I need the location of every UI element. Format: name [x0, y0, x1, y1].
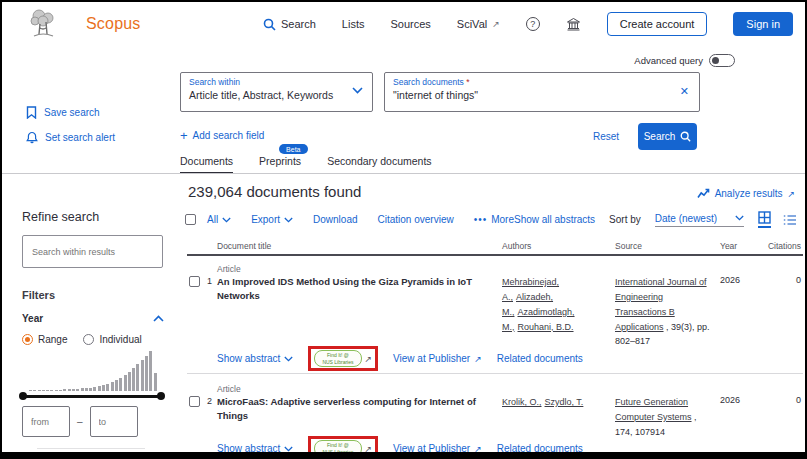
create-account-button[interactable]: Create account — [607, 12, 708, 36]
authors-cell: Mehrabinejad, A.,Alizadeh, M.,Azadimotla… — [502, 275, 610, 334]
slider-handle-left[interactable] — [19, 392, 27, 400]
view-at-publisher-link[interactable]: View at Publisher ↗ — [393, 353, 482, 364]
show-all-abstracts-link[interactable]: Show all abstracts — [514, 214, 595, 225]
search-within-dropdown[interactable]: Search within Article title, Abstract, K… — [180, 72, 373, 112]
histogram-bar — [124, 375, 127, 391]
row-checkbox[interactable] — [189, 396, 200, 407]
search-within-results-input[interactable] — [22, 235, 163, 268]
histogram-bar — [81, 388, 84, 391]
list-view-icon[interactable] — [783, 214, 797, 226]
histogram-bar — [85, 388, 88, 391]
author-link[interactable]: Rouhani, B.D. — [518, 322, 574, 332]
documents-count: 239,064 documents found — [188, 183, 361, 200]
bookmark-icon — [26, 106, 37, 119]
col-citations: Citations — [768, 241, 801, 251]
nav-sources[interactable]: Sources — [390, 18, 430, 30]
slider-handle-right[interactable] — [157, 392, 165, 400]
annotation-highlight-box: Find It! @ NUS Libraries ↗ — [308, 436, 378, 459]
external-link-icon: ↗ — [474, 354, 482, 364]
external-link-icon[interactable]: ↗ — [365, 354, 373, 364]
citation-overview-button[interactable]: Citation overview — [378, 214, 454, 225]
export-dropdown[interactable]: Export — [251, 214, 293, 225]
advanced-query-row: Advanced query — [634, 54, 735, 67]
tab-preprints[interactable]: Beta Preprints — [259, 155, 301, 174]
chevron-down-icon[interactable] — [352, 87, 363, 94]
grid-view-icon[interactable] — [758, 211, 771, 228]
citations-cell: 0 — [796, 395, 801, 405]
range-radio[interactable]: Range — [22, 334, 67, 345]
sort-dropdown[interactable]: Date (newest) — [655, 213, 744, 227]
required-asterisk: * — [466, 77, 469, 87]
related-documents-link[interactable]: Related documents — [497, 443, 583, 454]
chevron-down-icon — [735, 215, 744, 221]
chevron-down-icon — [284, 446, 293, 452]
individual-radio[interactable]: Individual — [83, 334, 141, 345]
show-abstract-link[interactable]: Show abstract — [217, 443, 293, 454]
show-abstract-link[interactable]: Show abstract — [217, 353, 293, 364]
advanced-query-toggle[interactable] — [709, 54, 735, 67]
search-query-value[interactable]: "internet of things" — [393, 89, 691, 101]
nav-scival[interactable]: SciVal ↗ — [457, 18, 500, 30]
document-title-link[interactable]: MicroFaaS: Adaptive serverless computing… — [217, 395, 507, 424]
find-it-nus-libraries-button[interactable]: Find It! @ NUS Libraries — [314, 350, 361, 367]
search-submit-button[interactable]: Search — [638, 123, 697, 150]
search-documents-field[interactable]: Search documents * "internet of things" … — [384, 72, 700, 112]
authors-cell: Krolik, O.,Szydlo, T. — [502, 395, 610, 410]
clear-icon[interactable]: ✕ — [680, 85, 689, 98]
analyze-chart-icon — [697, 188, 710, 199]
document-title-link[interactable]: An Improved IDS Method Using the Giza Py… — [217, 275, 492, 304]
chevron-down-icon — [222, 217, 231, 223]
year-cell: 2026 — [720, 275, 740, 285]
nav-search[interactable]: Search — [263, 18, 316, 31]
histogram-bar — [50, 390, 53, 391]
histogram-bar — [46, 390, 49, 391]
brand-scopus[interactable]: Scopus — [86, 15, 141, 33]
year-filter-header[interactable]: Year — [22, 313, 164, 324]
external-link-icon: ↗ — [474, 444, 482, 454]
select-all-checkbox[interactable] — [185, 214, 196, 225]
download-button[interactable]: Download — [313, 214, 357, 225]
help-icon[interactable]: ? — [526, 17, 540, 31]
search-within-value: Article title, Abstract, Keywords — [189, 89, 364, 101]
view-at-publisher-link[interactable]: View at Publisher ↗ — [393, 443, 482, 454]
table-header: Document title Authors Source Year Citat… — [187, 241, 803, 256]
analyze-results-link[interactable]: Analyze results ↗ — [697, 188, 795, 199]
year-from-input[interactable] — [22, 406, 70, 437]
external-link-icon[interactable]: ↗ — [365, 444, 373, 454]
source-title-link[interactable]: Future Generation Computer Systems — [615, 397, 692, 422]
histogram-bar — [59, 390, 62, 391]
histogram-bar — [115, 380, 118, 391]
nav-lists[interactable]: Lists — [342, 18, 365, 30]
year-range-slider[interactable] — [19, 392, 165, 400]
search-fields: Search within Article title, Abstract, K… — [180, 72, 700, 112]
col-year: Year — [720, 241, 737, 251]
author-link[interactable]: Szydlo, T. — [545, 397, 584, 407]
sidebar-divider — [37, 448, 145, 449]
chevron-up-icon — [153, 315, 164, 322]
save-search-link[interactable]: Save search — [26, 106, 115, 119]
related-documents-link[interactable]: Related documents — [497, 353, 583, 364]
row-checkbox[interactable] — [189, 276, 200, 287]
scopus-window: Scopus Search Lists Sources SciVal ↗ ? C… — [0, 0, 807, 459]
more-menu[interactable]: ••• More — [474, 214, 514, 225]
tab-secondary-documents[interactable]: Secondary documents — [327, 155, 431, 174]
author-link[interactable]: Krolik, O., — [502, 397, 542, 407]
tab-documents[interactable]: Documents — [180, 155, 233, 174]
histogram-bar — [89, 388, 92, 391]
histogram-bar — [98, 386, 101, 391]
document-type: Article — [217, 384, 241, 394]
source-cell: International Journal of Engineering Tra… — [615, 275, 715, 349]
histogram-bar — [33, 390, 36, 391]
search-icon — [680, 131, 691, 142]
chevron-down-icon — [284, 356, 293, 362]
all-dropdown[interactable]: All — [207, 214, 231, 225]
institution-icon[interactable] — [566, 17, 581, 31]
year-to-input[interactable] — [90, 406, 138, 437]
range-dash: – — [77, 416, 83, 427]
chevron-down-icon — [284, 217, 293, 223]
set-search-alert-link[interactable]: Set search alert — [26, 131, 115, 144]
find-it-nus-libraries-button[interactable]: Find It! @ NUS Libraries — [314, 440, 361, 457]
reset-link[interactable]: Reset — [593, 131, 619, 142]
add-search-field-link[interactable]: + Add search field — [180, 130, 264, 141]
sign-in-button[interactable]: Sign in — [733, 12, 793, 36]
